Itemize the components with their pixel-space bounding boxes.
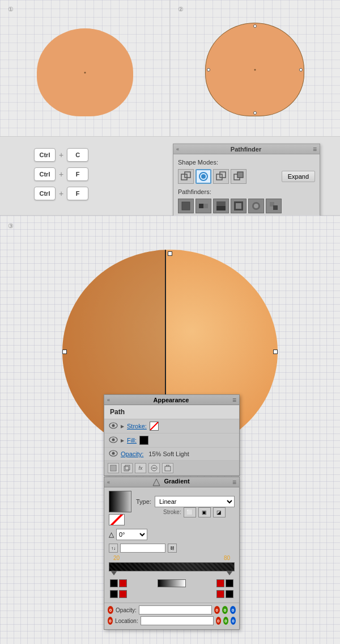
fill-eye-icon[interactable] bbox=[109, 436, 118, 444]
f-key-2: F bbox=[67, 187, 88, 200]
appearance-toolbar: fx bbox=[104, 460, 239, 475]
f-key-1: F bbox=[67, 167, 88, 181]
opacity-gb-row: 0 Opacity: 0 0 0 bbox=[108, 605, 236, 614]
opacity-value: 15% Soft Light bbox=[148, 451, 189, 457]
svg-point-24 bbox=[112, 452, 115, 455]
gradient-preview-swatch[interactable] bbox=[109, 491, 131, 512]
appearance-menu-icon[interactable]: ≡ bbox=[232, 396, 236, 404]
plus-3: + bbox=[59, 189, 63, 198]
color-stop-red-1[interactable] bbox=[119, 579, 127, 587]
location-gb-input[interactable] bbox=[141, 616, 214, 625]
fill-expand-icon[interactable]: ▶ bbox=[121, 438, 124, 443]
stroke-color-swatch[interactable] bbox=[150, 422, 159, 431]
svg-point-22 bbox=[112, 439, 115, 441]
duplicate-btn[interactable] bbox=[121, 463, 133, 473]
key-row-3: Ctrl + F bbox=[34, 187, 88, 200]
egg-shape-1 bbox=[37, 28, 133, 116]
gradient-stops bbox=[109, 571, 235, 575]
gradient-small-swatch[interactable] bbox=[109, 514, 125, 525]
plus-2: + bbox=[59, 170, 63, 179]
opacity-label: Opacity: bbox=[121, 451, 143, 457]
pathfinder-btn-5[interactable] bbox=[248, 199, 264, 213]
circle-anchor-right bbox=[273, 350, 278, 354]
color-stop-black-1[interactable] bbox=[110, 579, 118, 587]
stroke-btn-1[interactable]: ⬜ bbox=[184, 507, 196, 517]
pathfinder-btn-6[interactable] bbox=[266, 199, 282, 213]
aspect-icon-2[interactable]: ⛓ bbox=[168, 544, 177, 553]
top-section: ① ② bbox=[0, 0, 340, 136]
svg-rect-8 bbox=[182, 202, 190, 210]
svg-point-16 bbox=[254, 204, 258, 208]
color-stop-grad[interactable] bbox=[158, 579, 186, 587]
stroke-row: ▶ Stroke: bbox=[104, 419, 239, 433]
egg-shape-2 bbox=[205, 23, 304, 116]
pathfinder-btn-2[interactable] bbox=[196, 199, 211, 213]
pathfinder-title: Pathfinder bbox=[231, 146, 261, 153]
type-row: Type: Linear bbox=[136, 496, 235, 507]
fill-row: ▶ Fill: bbox=[104, 433, 239, 448]
fill-color-swatch[interactable] bbox=[139, 436, 148, 445]
location-circle-right: 0 bbox=[216, 617, 221, 625]
fx-btn[interactable]: fx bbox=[135, 463, 146, 473]
ctrl-key-3: Ctrl bbox=[34, 187, 56, 200]
svg-rect-14 bbox=[236, 203, 241, 209]
appearance-panel: « Appearance ≡ Path ▶ Stroke: bbox=[104, 394, 240, 476]
gradient-collapse-icon[interactable]: « bbox=[107, 479, 110, 485]
minus-front-btn[interactable] bbox=[196, 169, 211, 184]
svg-rect-10 bbox=[203, 204, 208, 208]
stop-right[interactable] bbox=[227, 571, 232, 575]
aspect-icon-1[interactable]: ↑↓ bbox=[109, 544, 118, 553]
c-key: C bbox=[67, 148, 88, 162]
clear-btn[interactable] bbox=[148, 463, 160, 473]
angle-row: △ 0° bbox=[109, 529, 235, 540]
opacity-gb-input[interactable] bbox=[139, 605, 212, 614]
type-select[interactable]: Linear bbox=[155, 496, 235, 507]
color-stop-red-2[interactable] bbox=[216, 579, 224, 587]
color-stop-black-2[interactable] bbox=[226, 579, 233, 587]
cs-r1[interactable] bbox=[119, 590, 127, 598]
middle-section: Ctrl + C Ctrl + F Ctrl + F « Pathfinder … bbox=[0, 136, 340, 216]
expand-button[interactable]: Expand bbox=[282, 171, 315, 182]
svg-marker-35 bbox=[153, 479, 160, 486]
pathfinder-body: Shape Modes: bbox=[173, 154, 320, 218]
stroke-btn-2[interactable]: ▣ bbox=[198, 507, 211, 517]
unite-btn[interactable] bbox=[178, 169, 194, 184]
cs-b2[interactable] bbox=[226, 590, 233, 598]
shape-modes-label: Shape Modes: bbox=[178, 159, 315, 166]
svg-rect-28 bbox=[125, 465, 130, 470]
stroke-expand-icon[interactable]: ▶ bbox=[121, 424, 124, 429]
plus-1: + bbox=[59, 150, 63, 159]
stop-left[interactable] bbox=[111, 571, 117, 575]
svg-rect-1 bbox=[185, 172, 190, 178]
intersect-btn[interactable] bbox=[213, 169, 229, 184]
path-header: Path bbox=[104, 405, 239, 419]
type-area: Type: Linear Stroke: ⬜ ▣ ◪ bbox=[136, 496, 235, 521]
pathfinder-menu-icon[interactable]: ≡ bbox=[313, 145, 317, 153]
opacity-eye-icon[interactable] bbox=[109, 450, 118, 458]
appearance-collapse-icon[interactable]: « bbox=[107, 397, 110, 403]
gradient-menu-icon[interactable]: ≡ bbox=[232, 478, 236, 486]
add-item-btn[interactable] bbox=[108, 463, 119, 473]
stroke-btn-3[interactable]: ◪ bbox=[213, 507, 226, 517]
fill-label[interactable]: Fill: bbox=[127, 437, 137, 444]
cs-r2[interactable] bbox=[216, 590, 224, 598]
aspect-input[interactable] bbox=[120, 544, 165, 553]
exclude-btn[interactable] bbox=[231, 169, 246, 184]
type-label: Type: bbox=[136, 498, 151, 505]
gradient-track[interactable] bbox=[109, 562, 235, 571]
gradient-track-container bbox=[109, 562, 235, 575]
cs-b1[interactable] bbox=[110, 590, 118, 598]
pathfinder-btn-1[interactable] bbox=[178, 199, 194, 213]
pathfinder-collapse-icon[interactable]: « bbox=[176, 146, 179, 152]
pathfinder-btn-4[interactable] bbox=[231, 199, 246, 213]
svg-rect-27 bbox=[124, 466, 129, 471]
delete-btn[interactable] bbox=[162, 463, 173, 473]
pathfinders-row bbox=[178, 199, 315, 213]
pathfinder-btn-3[interactable] bbox=[213, 199, 229, 213]
angle-select[interactable]: 0° bbox=[116, 529, 147, 540]
stroke-label[interactable]: Stroke: bbox=[127, 423, 147, 430]
stroke-eye-icon[interactable] bbox=[109, 422, 118, 430]
keyboard-shortcuts: Ctrl + C Ctrl + F Ctrl + F bbox=[34, 148, 88, 206]
bottom-section: ③ « Appearance ≡ Path ▶ bbox=[0, 216, 340, 644]
step1-number: ① bbox=[8, 6, 14, 13]
